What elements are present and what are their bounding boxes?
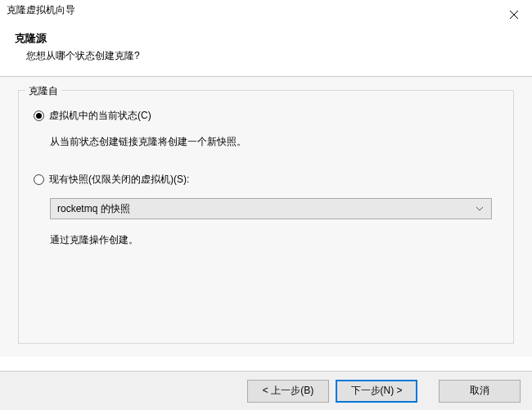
back-button[interactable]: < 上一步(B)	[247, 380, 329, 403]
radio-current-desc: 从当前状态创建链接克隆将创建一个新快照。	[34, 134, 498, 150]
page-title: 克隆源	[15, 31, 517, 46]
clone-source-fieldset: 克隆自 虚拟机中的当前状态(C) 从当前状态创建链接克隆将创建一个新快照。 现有…	[18, 90, 514, 344]
wizard-footer: < 上一步(B) 下一步(N) > 取消	[0, 371, 532, 410]
radio-icon	[34, 110, 44, 121]
close-icon	[509, 10, 519, 20]
radio-existing-snapshot[interactable]: 现有快照(仅限关闭的虚拟机)(S):	[34, 173, 498, 187]
radio-current-state[interactable]: 虚拟机中的当前状态(C)	[34, 109, 498, 123]
radio-snapshot-label: 现有快照(仅限关闭的虚拟机)(S):	[49, 173, 189, 187]
cancel-button[interactable]: 取消	[439, 380, 521, 403]
radio-snapshot-desc: 通过克隆操作创建。	[34, 232, 498, 248]
titlebar: 克隆虚拟机向导	[0, 0, 532, 23]
page-subtitle: 您想从哪个状态创建克隆?	[15, 49, 517, 63]
dropdown-selected-value: rocketmq 的快照	[57, 202, 130, 216]
wizard-header: 克隆源 您想从哪个状态创建克隆?	[0, 23, 532, 77]
window-title: 克隆虚拟机向导	[7, 3, 75, 17]
content-area: 克隆自 虚拟机中的当前状态(C) 从当前状态创建链接克隆将创建一个新快照。 现有…	[0, 77, 532, 357]
close-button[interactable]	[495, 3, 532, 26]
radio-group-snapshot: 现有快照(仅限关闭的虚拟机)(S): rocketmq 的快照 通过克隆操作创建…	[34, 173, 498, 248]
next-button[interactable]: 下一步(N) >	[336, 380, 417, 403]
radio-group-current: 虚拟机中的当前状态(C) 从当前状态创建链接克隆将创建一个新快照。	[34, 109, 498, 150]
radio-icon	[34, 174, 44, 185]
radio-current-label: 虚拟机中的当前状态(C)	[49, 109, 151, 123]
chevron-down-icon	[473, 206, 486, 211]
fieldset-legend: 克隆自	[25, 84, 61, 98]
snapshot-dropdown[interactable]: rocketmq 的快照	[50, 198, 492, 219]
